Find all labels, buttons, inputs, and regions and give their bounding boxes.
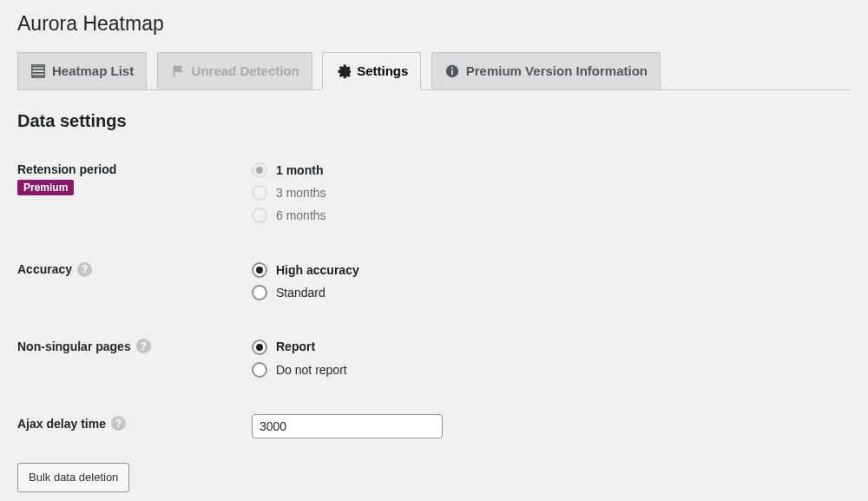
gear-icon: [335, 63, 351, 79]
retention-radio-1month: [252, 162, 267, 178]
tab-settings[interactable]: Settings: [322, 52, 421, 90]
svg-rect-2: [451, 69, 453, 74]
row-accuracy: Accuracy ? High accuracy Standard: [17, 245, 851, 322]
row-nonsingular: Non-singular pages ? Report Do not repor…: [17, 321, 851, 399]
row-retention: Retension period Premium 1 month 3 month…: [17, 145, 851, 245]
tab-nav: Heatmap List Unread Detection Settings P…: [17, 44, 851, 90]
settings-form: Retension period Premium 1 month 3 month…: [17, 145, 851, 455]
accuracy-radio-high[interactable]: [252, 262, 267, 278]
help-icon[interactable]: ?: [77, 262, 92, 277]
tab-label: Premium Version Information: [466, 60, 648, 82]
list-icon: [30, 63, 46, 79]
help-icon[interactable]: ?: [136, 339, 151, 353]
tab-premium-info[interactable]: Premium Version Information: [431, 52, 661, 89]
page-title: Aurora Heatmap: [17, 0, 851, 44]
tab-label: Settings: [357, 60, 408, 82]
accuracy-option-label: Standard: [276, 283, 326, 302]
retention-option-label: 6 months: [276, 206, 326, 225]
accuracy-label: Accuracy: [17, 262, 72, 276]
section-title: Data settings: [17, 111, 851, 131]
retention-label: Retension period: [17, 162, 116, 176]
nonsingular-radio-report[interactable]: [252, 339, 267, 355]
nonsingular-option-label: Do not report: [276, 360, 347, 379]
retention-option-label: 3 months: [276, 183, 326, 202]
tab-label: Heatmap List: [52, 60, 134, 82]
premium-badge: Premium: [17, 180, 74, 195]
ajax-delay-label: Ajax delay time: [17, 417, 106, 431]
retention-option-label: 1 month: [276, 161, 323, 180]
retention-radio-3months: [252, 185, 267, 201]
accuracy-radio-standard[interactable]: [252, 285, 267, 300]
tab-label: Unread Detection: [192, 60, 299, 82]
nonsingular-option-label: Report: [276, 337, 315, 356]
bulk-delete-button[interactable]: Bulk data deletion: [17, 463, 129, 492]
info-icon: [444, 63, 460, 79]
tab-unread-detection[interactable]: Unread Detection: [157, 52, 312, 89]
ajax-delay-input[interactable]: [252, 414, 443, 438]
nonsingular-label: Non-singular pages: [17, 339, 131, 353]
help-icon[interactable]: ?: [111, 416, 126, 431]
retention-radio-6months: [252, 208, 267, 223]
svg-point-3: [451, 67, 453, 69]
flag-icon: [170, 63, 186, 79]
accuracy-option-label: High accuracy: [276, 260, 359, 280]
nonsingular-radio-noreport[interactable]: [252, 362, 267, 378]
row-ajax-delay: Ajax delay time ?: [17, 399, 851, 454]
tab-heatmap-list[interactable]: Heatmap List: [17, 52, 147, 89]
